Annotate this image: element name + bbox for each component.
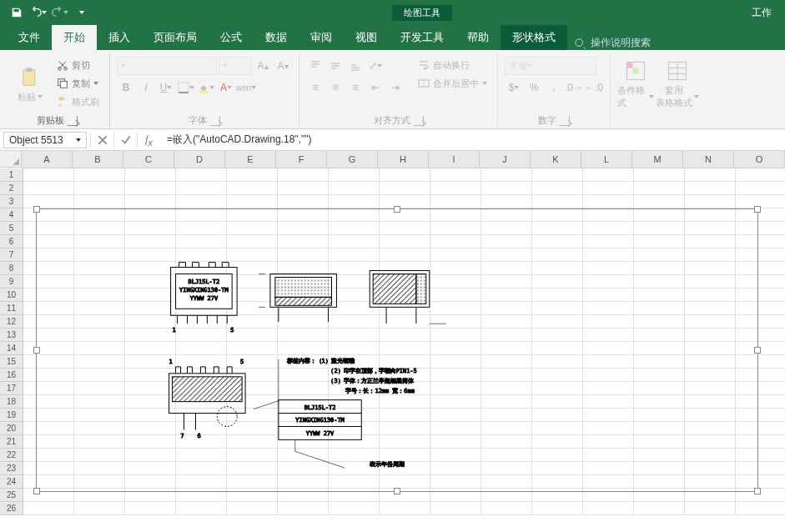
align-middle-button[interactable] (326, 57, 345, 75)
row-header-23[interactable]: 23 (0, 462, 23, 475)
row-header-24[interactable]: 24 (0, 475, 23, 489)
tab-file[interactable]: 文件 (7, 25, 52, 50)
align-center-button[interactable]: ≡ (326, 78, 345, 97)
tab-developer[interactable]: 开发工具 (389, 25, 455, 50)
row-header-5[interactable]: 5 (0, 222, 23, 235)
row-header-10[interactable]: 10 (0, 289, 23, 302)
fill-color-button[interactable] (197, 78, 215, 97)
tab-formulas[interactable]: 公式 (209, 25, 254, 50)
accounting-format-button[interactable]: $ (505, 78, 523, 97)
col-header-C[interactable]: C (123, 151, 174, 168)
border-button[interactable] (177, 78, 195, 97)
align-bottom-button[interactable] (346, 57, 365, 75)
font-size-combo[interactable] (219, 57, 252, 75)
row-header-25[interactable]: 25 (0, 489, 23, 502)
col-header-D[interactable]: D (174, 151, 225, 168)
row-header-14[interactable]: 14 (0, 342, 23, 355)
percent-button[interactable]: % (525, 78, 543, 97)
row-header-19[interactable]: 19 (0, 409, 23, 422)
row-header-15[interactable]: 15 (0, 355, 23, 369)
cut-button[interactable]: 剪切 (53, 57, 103, 73)
row-header-3[interactable]: 3 (0, 195, 23, 208)
row-header-20[interactable]: 20 (0, 422, 23, 435)
row-header-18[interactable]: 18 (0, 395, 23, 409)
insert-function-button[interactable]: fx (137, 131, 160, 149)
row-header-7[interactable]: 7 (0, 248, 23, 262)
row-header-1[interactable]: 1 (0, 168, 23, 182)
embedded-autocad-object[interactable]: BLJ15L-T2 YINGXING130-TM YYWW 27V 1 5 (36, 208, 758, 492)
tab-insert[interactable]: 插入 (97, 25, 142, 50)
font-color-button[interactable]: A (217, 78, 235, 97)
row-header-8[interactable]: 8 (0, 262, 23, 275)
copy-button[interactable]: 复制 (53, 75, 103, 92)
tab-shape-format[interactable]: 形状格式 (501, 25, 567, 50)
number-format-combo[interactable]: 常规 (505, 57, 596, 75)
tab-review[interactable]: 审阅 (299, 25, 344, 50)
align-left-button[interactable]: ≡ (306, 78, 325, 97)
tab-page-layout[interactable]: 页面布局 (142, 25, 209, 50)
row-header-16[interactable]: 16 (0, 369, 23, 382)
increase-indent-button[interactable]: ⇥ (386, 78, 405, 97)
font-launcher[interactable] (210, 116, 220, 126)
col-header-K[interactable]: K (531, 151, 581, 168)
number-launcher[interactable] (560, 116, 570, 126)
tell-me-search[interactable]: 操作说明搜索 (574, 36, 651, 50)
formula-enter-button[interactable] (113, 131, 137, 149)
redo-button[interactable] (50, 3, 70, 23)
col-header-E[interactable]: E (225, 151, 276, 168)
align-top-button[interactable] (306, 57, 325, 75)
row-header-9[interactable]: 9 (0, 275, 23, 289)
merge-center-button[interactable]: 合并后居中 (415, 75, 491, 92)
row-header-22[interactable]: 22 (0, 449, 23, 462)
clipboard-launcher[interactable] (68, 116, 78, 126)
row-header-26[interactable]: 26 (0, 502, 23, 515)
formula-input[interactable]: =嵌入("AutoCAD.Drawing.18","") (160, 130, 785, 149)
col-header-I[interactable]: I (429, 151, 480, 168)
conditional-format-button[interactable]: 条件格式 (617, 57, 654, 112)
comma-button[interactable]: , (545, 78, 563, 97)
column-headers[interactable]: ABCDEFGHIJKLMNO (22, 151, 785, 168)
format-as-table-button[interactable]: 套用 表格格式 (659, 57, 696, 112)
decrease-decimal-button[interactable]: ←.0 (585, 78, 603, 97)
row-header-4[interactable]: 4 (0, 208, 23, 222)
col-header-L[interactable]: L (581, 151, 632, 168)
alignment-launcher[interactable] (414, 116, 424, 126)
tab-help[interactable]: 帮助 (455, 25, 501, 50)
wrap-text-button[interactable]: 自动换行 (415, 57, 491, 73)
italic-button[interactable]: I (137, 78, 155, 97)
row-header-6[interactable]: 6 (0, 235, 23, 248)
col-header-F[interactable]: F (276, 151, 327, 168)
row-header-21[interactable]: 21 (0, 435, 23, 449)
font-name-combo[interactable] (117, 57, 217, 75)
col-header-B[interactable]: B (73, 151, 123, 168)
undo-button[interactable] (28, 3, 48, 23)
row-header-2[interactable]: 2 (0, 182, 23, 195)
col-header-G[interactable]: G (327, 151, 378, 168)
col-header-H[interactable]: H (378, 151, 429, 168)
row-header-12[interactable]: 12 (0, 315, 23, 329)
increase-decimal-button[interactable]: .0→ (565, 78, 583, 97)
select-all-corner[interactable] (0, 151, 22, 168)
tab-data[interactable]: 数据 (254, 25, 299, 50)
col-header-J[interactable]: J (480, 151, 531, 168)
format-painter-button[interactable]: 格式刷 (53, 93, 103, 110)
orientation-button[interactable]: ⤢ (366, 57, 385, 75)
formula-cancel-button[interactable] (90, 131, 113, 149)
paste-button[interactable]: 粘贴 (12, 57, 48, 112)
row-headers[interactable]: 1234567891011121314151617181920212223242… (0, 168, 23, 515)
bold-button[interactable]: B (117, 78, 135, 97)
decrease-indent-button[interactable]: ⇤ (366, 78, 385, 97)
row-header-17[interactable]: 17 (0, 382, 23, 395)
col-header-M[interactable]: M (632, 151, 683, 168)
row-header-13[interactable]: 13 (0, 329, 23, 342)
worksheet-grid[interactable]: ABCDEFGHIJKLMNO 123456789101112131415161… (0, 151, 785, 532)
col-header-N[interactable]: N (683, 151, 734, 168)
col-header-O[interactable]: O (734, 151, 785, 168)
phonetic-button[interactable]: wén (237, 78, 255, 97)
increase-font-button[interactable]: A▴ (254, 57, 272, 75)
decrease-font-button[interactable]: A▾ (274, 57, 292, 75)
align-right-button[interactable]: ≡ (346, 78, 365, 97)
row-header-11[interactable]: 11 (0, 302, 23, 315)
qat-customize[interactable] (72, 3, 92, 23)
tab-view[interactable]: 视图 (344, 25, 389, 50)
